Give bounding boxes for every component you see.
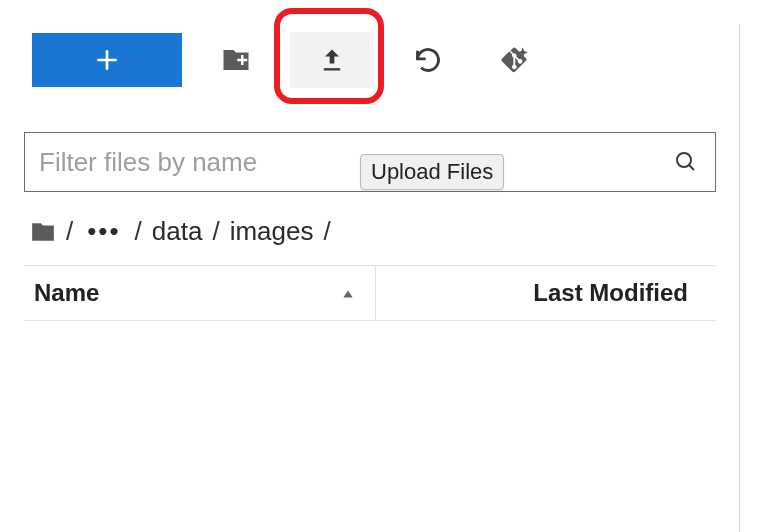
sort-caret-icon (341, 279, 355, 307)
upload-icon (318, 46, 346, 74)
git-button[interactable] (488, 36, 540, 84)
column-header-modified[interactable]: Last Modified (376, 266, 716, 320)
column-headers: Name Last Modified (24, 265, 716, 321)
breadcrumb-segment[interactable]: images (230, 216, 314, 247)
new-launcher-button[interactable] (32, 33, 182, 87)
search-icon (671, 150, 701, 174)
new-folder-icon (221, 45, 251, 75)
upload-tooltip: Upload Files (360, 154, 504, 190)
column-label: Name (34, 279, 99, 307)
panel-divider (739, 24, 740, 532)
breadcrumb-separator: / (66, 216, 73, 247)
svg-point-5 (677, 153, 691, 167)
breadcrumb-separator: / (323, 216, 330, 247)
upload-button-container (290, 32, 374, 88)
svg-rect-3 (241, 55, 244, 65)
refresh-icon (414, 46, 442, 74)
new-folder-button[interactable] (210, 36, 262, 84)
upload-button[interactable] (290, 32, 374, 88)
breadcrumb-segment[interactable]: data (152, 216, 203, 247)
breadcrumb-separator: / (135, 216, 142, 247)
breadcrumb-separator: / (212, 216, 219, 247)
plus-icon (94, 47, 120, 73)
refresh-button[interactable] (402, 36, 454, 84)
breadcrumb: / ••• / data / images / (24, 216, 716, 247)
breadcrumb-ellipsis[interactable]: ••• (83, 216, 124, 247)
svg-line-6 (689, 165, 694, 170)
git-icon (499, 45, 529, 75)
column-label: Last Modified (533, 279, 688, 307)
column-header-name[interactable]: Name (24, 266, 376, 320)
toolbar (24, 20, 716, 100)
svg-rect-4 (324, 68, 340, 70)
filter-input[interactable] (39, 147, 671, 178)
folder-icon (30, 219, 56, 245)
